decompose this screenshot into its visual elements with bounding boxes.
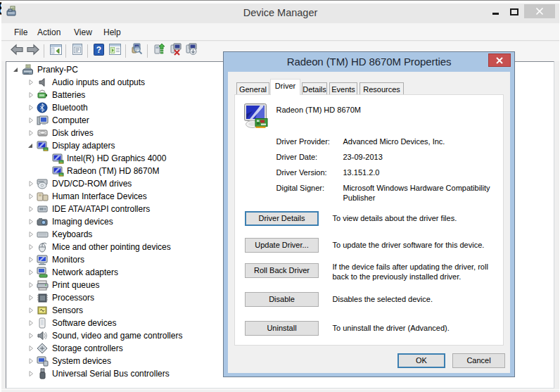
svg-text:?: ? (96, 45, 101, 55)
